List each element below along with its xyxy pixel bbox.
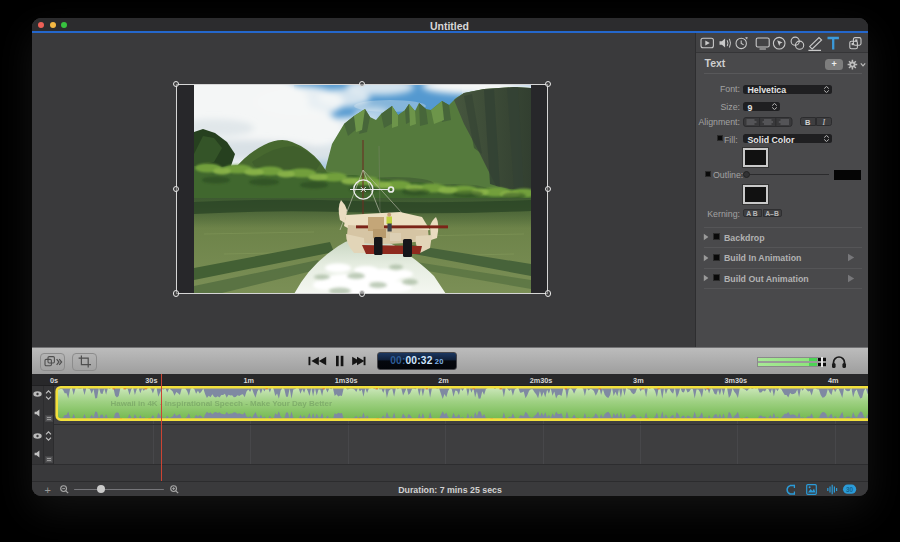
svg-text:30: 30 bbox=[845, 486, 853, 493]
svg-text:Hawaii in 4K - Inspirational S: Hawaii in 4K - Inspirational Speech - Ma… bbox=[110, 399, 332, 408]
